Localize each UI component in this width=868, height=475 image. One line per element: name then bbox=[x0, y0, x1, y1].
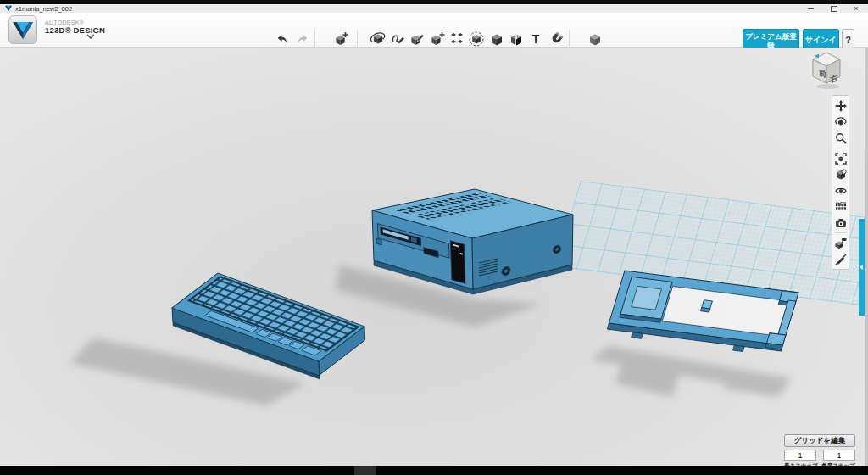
minimize-icon bbox=[808, 8, 814, 9]
modify-button[interactable] bbox=[429, 31, 446, 48]
nav-separator bbox=[835, 232, 846, 233]
import-model-icon bbox=[332, 31, 349, 48]
zoom-icon bbox=[835, 132, 847, 144]
split-solid-button[interactable] bbox=[508, 31, 525, 48]
model-computer-case[interactable] bbox=[372, 189, 573, 294]
apply-material-icon bbox=[835, 238, 847, 249]
construct-button[interactable] bbox=[409, 31, 426, 48]
grid-settings-panel: グリッドを編集 長さスナップ 角度スナップ bbox=[784, 434, 855, 466]
angle-snap-input[interactable] bbox=[823, 450, 855, 461]
toolbar-separator bbox=[357, 30, 358, 49]
pan-icon bbox=[835, 100, 847, 112]
transform-icon bbox=[370, 31, 387, 48]
modify-icon bbox=[429, 31, 446, 48]
combine-button[interactable] bbox=[488, 31, 505, 48]
brand-product: 123D® DESIGN bbox=[45, 26, 105, 35]
close-icon: × bbox=[854, 4, 858, 13]
text-button[interactable]: T bbox=[527, 31, 544, 48]
grouping-button[interactable] bbox=[468, 31, 485, 48]
screenshot-button[interactable] bbox=[832, 215, 849, 231]
fit-view-icon bbox=[835, 153, 847, 165]
camera-icon bbox=[835, 217, 847, 229]
length-snap-input[interactable] bbox=[784, 450, 816, 461]
show-hide-button[interactable] bbox=[832, 182, 849, 198]
edit-grid-button[interactable]: グリッドを編集 bbox=[784, 434, 855, 447]
undo-button[interactable] bbox=[274, 31, 291, 48]
redo-icon bbox=[295, 31, 310, 47]
viewcube-right-label[interactable]: 右 bbox=[829, 74, 838, 85]
parts-panel-expand-tab[interactable] bbox=[859, 219, 865, 316]
minimize-button[interactable] bbox=[802, 4, 819, 13]
taskbar-item bbox=[354, 466, 376, 475]
pattern-icon bbox=[448, 31, 465, 48]
combine-icon bbox=[488, 31, 505, 48]
viewport-right-edge bbox=[865, 48, 868, 466]
restore-icon bbox=[831, 6, 837, 12]
taskbar-strip bbox=[0, 466, 868, 475]
fit-view-button[interactable] bbox=[832, 150, 849, 166]
sketch-button[interactable] bbox=[389, 31, 406, 48]
snap-button[interactable] bbox=[548, 31, 565, 48]
pan-button[interactable] bbox=[832, 98, 849, 114]
app-logo-tile[interactable] bbox=[8, 15, 37, 44]
visual-style-icon bbox=[835, 169, 847, 181]
material-icon bbox=[587, 31, 604, 48]
nav-separator bbox=[835, 148, 846, 148]
construct-icon bbox=[409, 31, 426, 48]
svg-text:T: T bbox=[532, 32, 540, 46]
eye-icon bbox=[835, 185, 847, 197]
material-button[interactable] bbox=[587, 31, 604, 48]
grid-visibility-icon bbox=[835, 201, 847, 213]
navigation-toolbar bbox=[832, 95, 849, 270]
redo-button[interactable] bbox=[294, 31, 311, 48]
grouping-icon bbox=[468, 31, 485, 48]
restore-button[interactable] bbox=[826, 4, 843, 13]
orbit-button[interactable] bbox=[832, 114, 849, 130]
scene-canvas bbox=[0, 48, 868, 466]
premium-register-label: プレミアム版登録 bbox=[743, 32, 798, 49]
close-button[interactable]: × bbox=[848, 4, 865, 13]
zoom-button[interactable] bbox=[832, 130, 849, 146]
undo-icon bbox=[275, 31, 290, 47]
app-icon bbox=[5, 5, 12, 12]
expand-arrow-icon bbox=[860, 265, 863, 270]
viewport-3d[interactable]: 前 右 bbox=[0, 48, 868, 466]
view-cube[interactable]: 前 右 bbox=[808, 49, 845, 90]
app-window: x1mania_new2_002 × AUTODESK® 123D® DESIG… bbox=[0, 0, 868, 475]
brand: AUTODESK® 123D® DESIGN bbox=[45, 20, 105, 35]
orbit-icon bbox=[835, 116, 847, 128]
snap-icon bbox=[548, 31, 565, 48]
sketch-visibility-button[interactable] bbox=[832, 251, 849, 267]
titlebar: x1mania_new2_002 × bbox=[0, 4, 868, 13]
app-header: AUTODESK® 123D® DESIGN bbox=[0, 13, 868, 48]
window-title: x1mania_new2_002 bbox=[15, 5, 72, 13]
transform-button[interactable] bbox=[370, 31, 387, 48]
toolbar-separator bbox=[314, 30, 315, 49]
toolbar-separator bbox=[569, 30, 570, 49]
pattern-button[interactable] bbox=[448, 31, 465, 48]
apply-material-button[interactable] bbox=[832, 235, 849, 251]
sketch-visibility-icon bbox=[835, 254, 847, 265]
split-solid-icon bbox=[508, 31, 525, 48]
import-model-button[interactable] bbox=[332, 31, 349, 48]
123d-logo-icon bbox=[9, 16, 36, 43]
sketch-icon bbox=[389, 31, 406, 48]
menu-chevron-icon[interactable] bbox=[86, 34, 95, 39]
visual-style-button[interactable] bbox=[832, 166, 849, 182]
text-icon: T bbox=[527, 31, 544, 48]
grid-visibility-button[interactable] bbox=[832, 198, 849, 215]
